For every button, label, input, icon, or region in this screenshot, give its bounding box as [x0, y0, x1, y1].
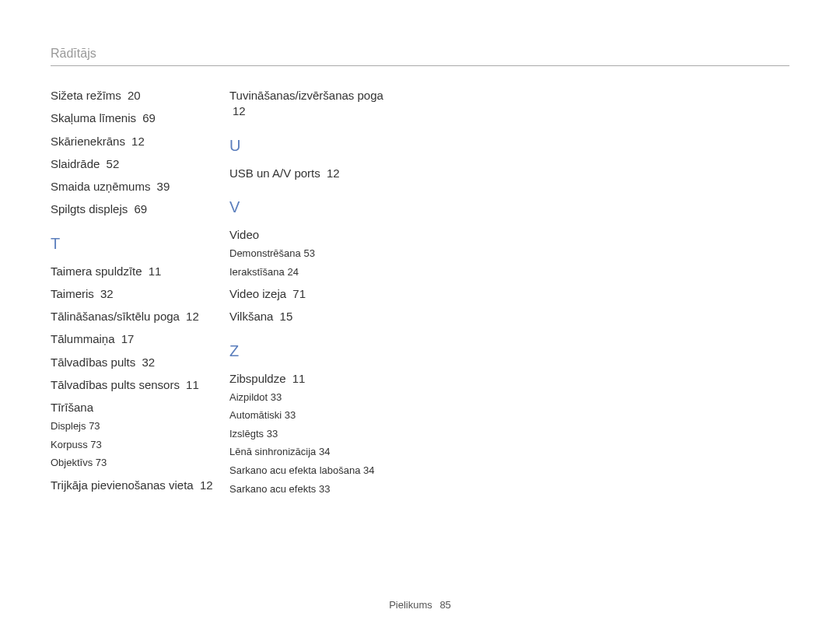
subentry-label: Demonstrēšana — [229, 247, 301, 259]
subentry-page: 33 — [319, 483, 330, 495]
entry-label: Spilgts displejs — [51, 202, 128, 215]
index-subentry: Demonstrēšana 53 — [229, 247, 401, 261]
entry-page: 12 — [200, 478, 213, 492]
sub-list: Aizpildot 33 Automātiski 33 Izslēgts 33 … — [229, 391, 401, 496]
entry-page: 39 — [157, 180, 170, 193]
index-entry: Tālvadības pults sensors 11 — [51, 377, 222, 393]
subentry-page: 33 — [267, 428, 278, 440]
entry-label: Smaida uzņēmums — [51, 180, 150, 193]
index-entry: Tālināšanas/sīktēlu poga 12 — [51, 309, 222, 324]
entry-page: 32 — [100, 287, 114, 300]
sub-list: Demonstrēšana 53 Ierakstīšana 24 — [229, 247, 401, 278]
entry-page: 15 — [280, 310, 293, 323]
index-group: Zibspuldze 11 Aizpildot 33 Automātiski 3… — [229, 371, 401, 496]
page-footer: Pielikums 85 — [0, 599, 840, 611]
subentry-page: 24 — [287, 266, 298, 278]
index-group: Tuvināšanas/izvēršanas poga 12 — [229, 88, 401, 120]
entry-page: 69 — [142, 111, 156, 124]
entry-label: Video — [229, 228, 259, 241]
entry-label: Sižeta režīms — [51, 89, 121, 102]
index-subentry: Aizpildot 33 — [229, 391, 401, 405]
index-entry: Slaidrāde 52 — [51, 156, 222, 172]
index-subentry: Korpuss 73 — [51, 438, 222, 452]
index-columns: Sižeta režīms 20 Skaļuma līmenis 69 Skār… — [51, 88, 789, 503]
subentry-label: Sarkano acu efekts — [229, 483, 316, 495]
subentry-page: 73 — [89, 420, 100, 432]
index-entry: Tālvadības pults 32 — [51, 355, 222, 370]
column-1: Sižeta režīms 20 Skaļuma līmenis 69 Skār… — [51, 88, 222, 503]
index-subentry: Sarkano acu efekta labošana 34 — [229, 464, 401, 478]
entry-label: Tīrīšana — [51, 401, 93, 414]
index-entry: Spilgts displejs 69 — [51, 201, 222, 217]
entry-page: 12 — [186, 310, 199, 323]
subentry-page: 73 — [96, 457, 107, 468]
subentry-label: Displejs — [51, 420, 86, 432]
index-subentry: Izslēgts 33 — [229, 427, 401, 441]
entry-page: 11 — [149, 264, 162, 278]
entry-page: 32 — [142, 356, 155, 369]
subentry-label: Ierakstīšana — [229, 266, 285, 278]
index-entry: Zibspuldze 11 — [229, 371, 401, 387]
index-entry: Vilkšana 15 — [229, 309, 401, 324]
letter-heading: V — [229, 198, 401, 216]
index-entry: USB un A/V ports 12 — [229, 166, 401, 181]
index-entry: Video — [229, 227, 401, 243]
page-header: Rādītājs — [51, 47, 789, 66]
index-group: Sižeta režīms 20 Skaļuma līmenis 69 Skār… — [51, 88, 222, 218]
index-group: Video Demonstrēšana 53 Ierakstīšana 24 V… — [229, 227, 401, 325]
entry-page: 11 — [186, 378, 199, 391]
subentry-page: 33 — [271, 391, 282, 403]
index-subentry: Lēnā sinhronizācija 34 — [229, 445, 401, 459]
index-entry: Video izeja 71 — [229, 286, 401, 302]
index-subentry: Objektīvs 73 — [51, 456, 222, 470]
entry-page: 20 — [128, 89, 141, 102]
entry-label: Trijkāja pievienošanas vieta — [51, 478, 194, 492]
subentry-label: Korpuss — [51, 439, 88, 450]
entry-label: Zibspuldze — [229, 372, 286, 385]
header-rule — [51, 65, 789, 66]
entry-label: USB un A/V ports — [229, 166, 320, 180]
index-entry: Sižeta režīms 20 — [51, 88, 222, 103]
page: Rādītājs Sižeta režīms 20 Skaļuma līmeni… — [0, 0, 840, 634]
subentry-page: 33 — [285, 409, 296, 421]
index-entry: Tīrīšana — [51, 400, 222, 415]
index-subentry: Automātiski 33 — [229, 408, 401, 422]
entry-label: Video izeja — [229, 287, 286, 300]
entry-label: Tuvināšanas/izvēršanas poga — [229, 89, 383, 102]
index-subentry: Ierakstīšana 24 — [229, 265, 401, 279]
entry-label: Vilkšana — [229, 310, 273, 323]
entry-label: Skaļuma līmenis — [51, 111, 136, 124]
entry-label: Skārienekrāns — [51, 135, 125, 148]
subentry-page: 53 — [303, 247, 314, 259]
entry-label: Tālummaiņa — [51, 332, 115, 345]
index-entry: Smaida uzņēmums 39 — [51, 179, 222, 194]
index-entry: Skaļuma līmenis 69 — [51, 110, 222, 126]
index-entry: Skārienekrāns 12 — [51, 134, 222, 149]
letter-heading: T — [51, 235, 222, 253]
entry-page: 12 — [233, 104, 246, 117]
index-subentry: Sarkano acu efekts 33 — [229, 482, 401, 496]
subentry-label: Lēnā sinhronizācija — [229, 446, 316, 457]
index-entry: Trijkāja pievienošanas vieta 12 — [51, 478, 222, 493]
subentry-page: 73 — [90, 439, 101, 450]
subentry-label: Sarkano acu efekta labošana — [229, 464, 360, 476]
footer-label: Pielikums — [389, 599, 432, 611]
subentry-page: 34 — [319, 446, 330, 457]
subentry-label: Objektīvs — [51, 457, 93, 468]
index-group: Taimera spuldzīte 11 Taimeris 32 Tālināš… — [51, 264, 222, 494]
entry-page: 12 — [131, 135, 145, 148]
entry-label: Tālvadības pults sensors — [51, 378, 180, 391]
entry-label: Tālvadības pults — [51, 356, 135, 369]
subentry-page: 34 — [363, 464, 374, 476]
subentry-label: Aizpildot — [229, 391, 268, 403]
index-group: USB un A/V ports 12 — [229, 166, 401, 181]
entry-page: 12 — [327, 166, 340, 180]
index-entry: Tuvināšanas/izvēršanas poga 12 — [229, 88, 401, 120]
index-entry: Tālummaiņa 17 — [51, 331, 222, 347]
entry-page: 11 — [292, 372, 306, 385]
entry-label: Taimera spuldzīte — [51, 264, 142, 278]
subentry-label: Izslēgts — [229, 428, 264, 440]
index-entry: Taimera spuldzīte 11 — [51, 264, 222, 279]
index-entry: Taimeris 32 — [51, 286, 222, 302]
entry-page: 71 — [292, 287, 306, 300]
